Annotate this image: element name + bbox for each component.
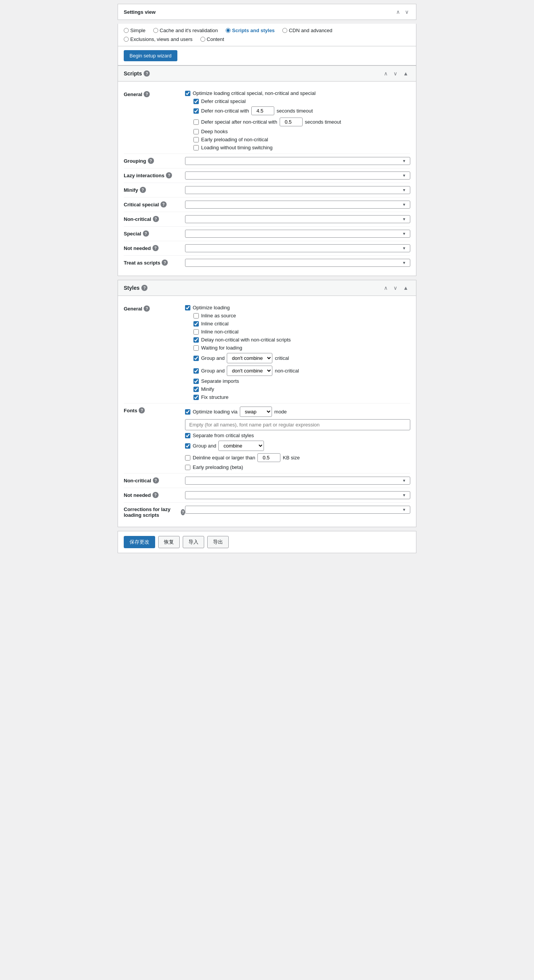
- special-label: Special ?: [124, 230, 185, 237]
- tab-cdn[interactable]: CDN and advanced: [282, 28, 332, 33]
- scripts-info-icon[interactable]: ?: [144, 70, 150, 77]
- treat-as-scripts-content: ▼: [185, 259, 410, 267]
- styles-general-row: General ? Optimize loading Inline as sou…: [124, 302, 410, 403]
- fonts-group-checkbox[interactable]: Group and: [185, 443, 216, 449]
- group-noncritical-checkbox[interactable]: Group and: [193, 368, 224, 374]
- optimize-scripts-checkbox[interactable]: Optimize loading critical special, non-c…: [185, 90, 410, 96]
- styles-noncritical-info-icon[interactable]: ?: [153, 477, 159, 483]
- tab-content[interactable]: Content: [200, 36, 224, 42]
- group-critical-checkbox[interactable]: Group and: [193, 355, 224, 361]
- styles-noncritical-arrow: ▼: [402, 479, 406, 483]
- not-needed-info-icon[interactable]: ?: [152, 245, 159, 251]
- styles-section-header: Styles ? ∧ ∨ ▲: [118, 280, 416, 296]
- deinline-row: Deinline equal or larger than KB size: [185, 453, 410, 462]
- scripts-critical-row: Critical special ? ▼: [124, 198, 410, 212]
- noncritical-scripts-label: Non-critical ?: [124, 215, 185, 222]
- tab-scripts-styles[interactable]: Scripts and styles: [226, 28, 275, 33]
- minify-select[interactable]: ▼: [185, 186, 410, 194]
- export-button[interactable]: 导出: [207, 536, 229, 548]
- wizard-button[interactable]: Begin setup wizard: [124, 50, 177, 61]
- styles-info-icon[interactable]: ?: [141, 285, 147, 291]
- special-arrow: ▼: [402, 232, 406, 236]
- treat-as-info-icon[interactable]: ?: [162, 260, 168, 266]
- scripts-body: General ? Optimize loading critical spec…: [118, 82, 416, 276]
- scripts-collapse-btn[interactable]: ∧: [382, 70, 390, 77]
- defer-noncritical-checkbox[interactable]: Defer non-critical with seconds timeout: [193, 106, 410, 115]
- save-button[interactable]: 保存更改: [124, 536, 155, 548]
- lazy-label: Lazy interactions ?: [124, 172, 185, 178]
- lazy-info-icon[interactable]: ?: [166, 172, 172, 178]
- group-noncritical-select[interactable]: don't combine combine: [227, 366, 272, 376]
- scripts-section-header: Scripts ? ∧ ∨ ▲: [118, 66, 416, 82]
- fonts-group-select[interactable]: combine don't combine: [218, 441, 264, 451]
- deep-hooks-checkbox[interactable]: Deep hooks: [193, 129, 410, 134]
- styles-not-needed-content: ▼: [185, 491, 410, 499]
- deinline-input[interactable]: [257, 453, 280, 462]
- treat-as-select[interactable]: ▼: [185, 259, 410, 267]
- styles-not-needed-select[interactable]: ▼: [185, 491, 410, 499]
- general-info-icon[interactable]: ?: [144, 91, 150, 97]
- styles-minify-checkbox[interactable]: Minify: [193, 386, 410, 392]
- scripts-section-controls: ∧ ∨ ▲: [382, 70, 410, 77]
- corrections-lazy-select[interactable]: ▼: [185, 506, 410, 514]
- styles-not-needed-info-icon[interactable]: ?: [152, 492, 159, 498]
- inline-noncritical-checkbox[interactable]: Inline non-critical: [193, 329, 410, 335]
- grouping-select[interactable]: ▼: [185, 157, 410, 165]
- inline-source-checkbox[interactable]: Inline as source: [193, 313, 410, 318]
- special-info-icon[interactable]: ?: [143, 230, 149, 237]
- critical-select[interactable]: ▼: [185, 201, 410, 209]
- defer-special-checkbox[interactable]: Defer special after non-critical with se…: [193, 118, 410, 126]
- styles-not-needed-row: Not needed ? ▼: [124, 488, 410, 503]
- special-select[interactable]: ▼: [185, 230, 410, 238]
- styles-general-info-icon[interactable]: ?: [144, 305, 150, 312]
- fonts-info-icon[interactable]: ?: [139, 407, 145, 413]
- tabs-group: Simple Cache and it's revalidation Scrip…: [124, 28, 410, 42]
- styles-up-btn[interactable]: ▲: [401, 284, 410, 292]
- tab-cache[interactable]: Cache and it's revalidation: [153, 28, 218, 33]
- noncritical-info-icon[interactable]: ?: [153, 216, 159, 222]
- early-preload-checkbox[interactable]: Early preloading of non-critical: [193, 137, 410, 142]
- separate-imports-checkbox[interactable]: Separate imports: [193, 378, 410, 384]
- defer-noncritical-input[interactable]: [251, 106, 274, 115]
- fonts-mode-select[interactable]: swap block fallback optional: [240, 407, 272, 417]
- loading-without-checkbox[interactable]: Loading without timing switching: [193, 145, 410, 150]
- delay-noncritical-checkbox[interactable]: Delay non-critical with non-critical scr…: [193, 337, 410, 343]
- scripts-general-row: General ? Optimize loading critical spec…: [124, 87, 410, 154]
- group-noncritical-row: Group and don't combine combine non-crit…: [193, 366, 410, 376]
- styles-expand-btn[interactable]: ∨: [391, 284, 399, 292]
- defer-special-input[interactable]: [280, 118, 303, 126]
- tab-simple[interactable]: Simple: [124, 28, 146, 33]
- fonts-text-input[interactable]: [185, 419, 410, 430]
- header-controls: ∧ ∨: [395, 8, 410, 16]
- critical-arrow: ▼: [402, 203, 406, 207]
- grouping-info-icon[interactable]: ?: [148, 158, 154, 164]
- scripts-up-btn[interactable]: ▲: [401, 70, 410, 77]
- scripts-expand-btn[interactable]: ∨: [391, 70, 399, 77]
- styles-noncritical-select[interactable]: ▼: [185, 477, 410, 485]
- restore-button[interactable]: 恢复: [158, 536, 180, 548]
- fonts-optimize-checkbox[interactable]: Optimize loading via: [185, 409, 238, 415]
- optimize-styles-checkbox[interactable]: Optimize loading: [185, 305, 410, 310]
- corrections-info-icon[interactable]: ?: [181, 509, 185, 515]
- special-content: ▼: [185, 230, 410, 238]
- styles-collapse-btn[interactable]: ∧: [382, 284, 390, 292]
- separate-critical-checkbox[interactable]: Separate from critical styles: [185, 433, 410, 438]
- noncritical-select[interactable]: ▼: [185, 215, 410, 223]
- fix-structure-checkbox[interactable]: Fix structure: [193, 394, 410, 400]
- waiting-loading-checkbox[interactable]: Waiting for loading: [193, 345, 410, 351]
- collapse-btn[interactable]: ∧: [395, 8, 401, 16]
- deinline-checkbox[interactable]: Deinline equal or larger than: [185, 455, 255, 461]
- minify-info-icon[interactable]: ?: [140, 187, 146, 193]
- early-preloading-beta-checkbox[interactable]: Early preloading (beta): [185, 464, 410, 470]
- defer-critical-checkbox[interactable]: Defer critical special: [193, 98, 410, 104]
- import-button[interactable]: 导入: [183, 536, 204, 548]
- not-needed-select[interactable]: ▼: [185, 244, 410, 252]
- expand-btn[interactable]: ∨: [403, 8, 410, 16]
- critical-info-icon[interactable]: ?: [161, 201, 167, 207]
- tab-exclusions[interactable]: Exclusions, views and users: [124, 36, 193, 42]
- group-critical-select[interactable]: don't combine combine: [227, 353, 272, 363]
- scripts-sub-options: Defer critical special Defer non-critica…: [193, 98, 410, 150]
- inline-critical-checkbox[interactable]: Inline critical: [193, 321, 410, 327]
- lazy-select[interactable]: ▼: [185, 172, 410, 180]
- not-needed-arrow: ▼: [402, 246, 406, 250]
